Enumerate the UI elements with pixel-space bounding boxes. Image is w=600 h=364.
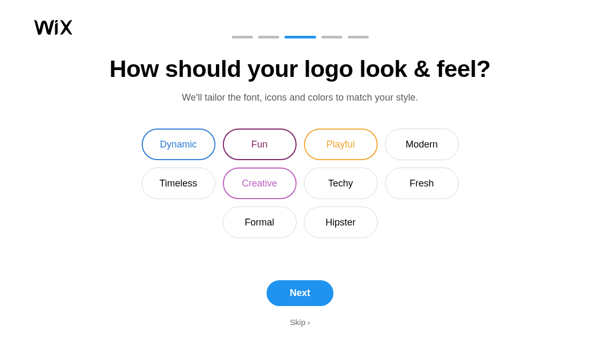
option-playful[interactable]: Playful (304, 129, 378, 160)
page-subtitle: We'll tailor the font, icons and colors … (0, 92, 600, 103)
skip-label: Skip (290, 318, 306, 327)
page-title: How should your logo look & feel? (0, 55, 600, 83)
option-timeless[interactable]: Timeless (142, 168, 215, 199)
option-fresh[interactable]: Fresh (385, 168, 459, 199)
option-formal[interactable]: Formal (223, 206, 297, 238)
option-hipster[interactable]: Hipster (304, 206, 378, 238)
option-fun[interactable]: Fun (223, 129, 297, 160)
option-creative[interactable]: Creative (223, 168, 297, 199)
progress-step-2 (258, 36, 279, 38)
progress-step-4 (321, 36, 342, 38)
progress-step-1 (232, 36, 253, 38)
progress-step-3 (284, 36, 316, 38)
next-button[interactable]: Next (267, 280, 333, 306)
chevron-right-icon: › (308, 319, 310, 326)
progress-step-5 (348, 36, 369, 38)
skip-link[interactable]: Skip › (290, 318, 310, 327)
style-options: Dynamic Fun Playful Modern Timeless Crea… (121, 129, 479, 238)
option-dynamic[interactable]: Dynamic (142, 129, 215, 160)
progress-bar (0, 0, 600, 38)
option-modern[interactable]: Modern (385, 129, 459, 160)
wix-logo (34, 20, 72, 35)
option-techy[interactable]: Techy (304, 168, 378, 199)
